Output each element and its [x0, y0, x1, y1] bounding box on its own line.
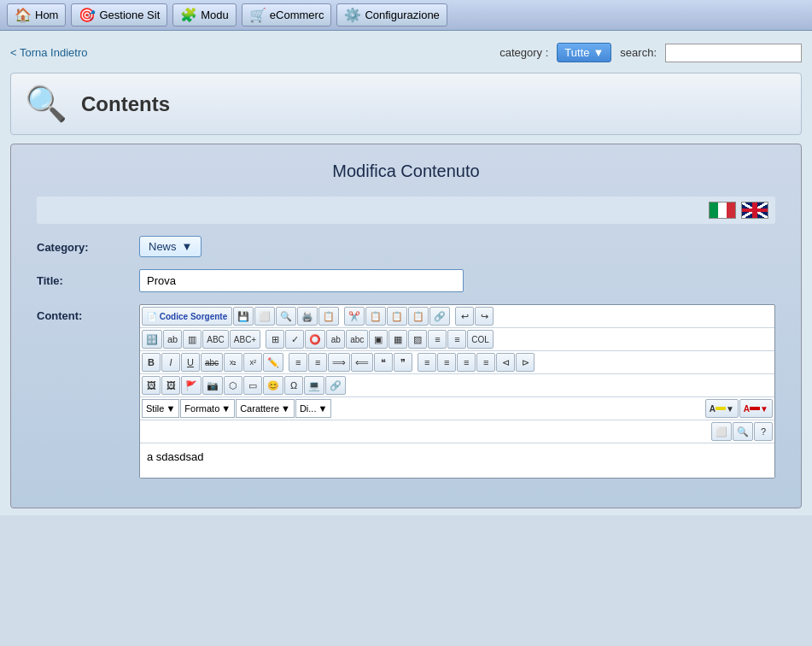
spellcheck2-btn[interactable]: ABC+: [230, 330, 260, 349]
category-dropdown-value: Tutte: [564, 46, 589, 59]
category-selector-arrow: ▼: [182, 240, 193, 253]
flag-english[interactable]: [741, 202, 768, 219]
align-center-btn[interactable]: ≡: [437, 353, 456, 372]
checkbox-btn[interactable]: ✓: [285, 330, 304, 349]
paste-btn[interactable]: 📋: [387, 307, 407, 326]
paste-text-btn[interactable]: 📋: [408, 307, 429, 326]
category-form-row: Category: News ▼: [37, 236, 775, 257]
outdent-btn[interactable]: ⟸: [351, 353, 373, 372]
chart-btn[interactable]: ≡: [447, 330, 466, 349]
flag-italian[interactable]: [709, 202, 736, 219]
format-select-label: Formato: [184, 403, 219, 414]
preview-btn[interactable]: 🔍: [276, 307, 296, 326]
select-btn[interactable]: ▣: [369, 330, 388, 349]
underline-btn[interactable]: U: [181, 353, 200, 372]
nav-ecommerce[interactable]: 🛒 eCommerc: [242, 3, 332, 26]
spellcheck-btn[interactable]: ABC: [202, 330, 229, 349]
style-select[interactable]: Stile ▼: [142, 399, 179, 418]
fgcolor-swatch: [750, 407, 760, 410]
redo-btn[interactable]: ↪: [475, 307, 494, 326]
bidi-ltr-btn[interactable]: ⊲: [496, 353, 515, 372]
paste-word-btn[interactable]: 🔗: [429, 307, 450, 326]
flag-btn[interactable]: 🚩: [181, 376, 202, 395]
hidden-btn[interactable]: ▦: [388, 330, 407, 349]
textfield-btn[interactable]: ab: [326, 330, 345, 349]
save-btn[interactable]: 💾: [233, 307, 254, 326]
flash2-btn[interactable]: ⬡: [224, 376, 242, 395]
templates-btn[interactable]: 📋: [318, 307, 339, 326]
category-selector[interactable]: News ▼: [139, 236, 202, 257]
gestione-icon: 🎯: [79, 7, 96, 23]
table-btn[interactable]: ⊞: [266, 330, 284, 349]
nav-modu[interactable]: 🧩 Modu: [172, 3, 237, 26]
div-btn[interactable]: ❞: [394, 353, 412, 372]
category-form-control: News ▼: [139, 236, 775, 257]
code-btn[interactable]: COL: [467, 330, 494, 349]
document-btn[interactable]: 🔍: [733, 422, 753, 441]
image-btn[interactable]: 🖼: [142, 376, 161, 395]
form-panel: Modifica Contenuto Category: News ▼ Titl…: [10, 144, 802, 508]
link2-btn[interactable]: 🔗: [325, 376, 346, 395]
category-label: category :: [499, 46, 548, 59]
nav-home[interactable]: 🏠 Hom: [7, 3, 66, 26]
print-btn[interactable]: 🖨️: [297, 307, 318, 326]
bgcolor-icon: A: [710, 404, 716, 414]
bold-btn[interactable]: B: [142, 353, 161, 372]
template-btn[interactable]: ⬜: [711, 422, 732, 441]
editor-text: a sdasdsad: [147, 450, 204, 463]
format-select[interactable]: Formato ▼: [180, 399, 235, 418]
nav-config[interactable]: ⚙️ Configurazione: [336, 3, 447, 26]
top-navbar: 🏠 Hom 🎯 Gestione Sit 🧩 Modu 🛒 eCommerc ⚙…: [0, 0, 812, 31]
nav-ecommerce-label: eCommerc: [270, 9, 324, 21]
content-form-row: Content: 📄 Codice Sorgente 💾 ⬜ 🔍 🖨️ 📋 ✂️…: [37, 304, 775, 479]
form-btn[interactable]: ≡: [428, 330, 447, 349]
ul-btn[interactable]: ≡: [308, 353, 327, 372]
category-dropdown-main[interactable]: Tutte ▼: [557, 43, 611, 62]
blockquote-btn[interactable]: ❝: [374, 353, 393, 372]
back-link[interactable]: < Torna Indietro: [10, 46, 87, 59]
specialchar-btn[interactable]: Ω: [284, 376, 303, 395]
editor-toolbar-row1: 📄 Codice Sorgente 💾 ⬜ 🔍 🖨️ 📋 ✂️ 📋 📋 📋 🔗: [140, 305, 774, 328]
removeformat-btn[interactable]: ✏️: [263, 353, 283, 372]
new-doc-btn[interactable]: ⬜: [254, 307, 275, 326]
align-justify-btn[interactable]: ≡: [476, 353, 495, 372]
table2-btn[interactable]: ▭: [243, 376, 262, 395]
italic-btn[interactable]: I: [161, 353, 180, 372]
align-right-btn[interactable]: ≡: [457, 353, 476, 372]
bidi-rtl-btn[interactable]: ⊳: [516, 353, 535, 372]
find-btn[interactable]: 🔡: [142, 330, 162, 349]
undo-btn[interactable]: ↩: [455, 307, 474, 326]
radio-btn[interactable]: ⭕: [305, 330, 325, 349]
align-left-btn[interactable]: ≡: [418, 353, 436, 372]
indent-btn[interactable]: ⟹: [328, 353, 350, 372]
help-btn[interactable]: ?: [754, 422, 773, 441]
select-all-btn[interactable]: ▥: [183, 330, 202, 349]
smiley-btn[interactable]: 😊: [263, 376, 283, 395]
flash-btn[interactable]: 🖼: [161, 376, 180, 395]
flag-row: [37, 197, 775, 224]
textarea-btn[interactable]: abc: [346, 330, 368, 349]
nav-gestione[interactable]: 🎯 Gestione Sit: [71, 3, 167, 26]
photo-btn[interactable]: 📷: [202, 376, 223, 395]
size-select[interactable]: Di... ▼: [295, 399, 331, 418]
cut-btn[interactable]: ✂️: [344, 307, 365, 326]
superscript-btn[interactable]: x²: [243, 353, 262, 372]
style-select-arrow: ▼: [166, 403, 175, 414]
ol-btn[interactable]: ≡: [289, 353, 307, 372]
title-input[interactable]: [139, 269, 464, 292]
replace-btn[interactable]: ab: [163, 330, 182, 349]
bgcolor-btn[interactable]: A ▼: [705, 399, 739, 418]
fgcolor-arrow: ▼: [760, 404, 768, 414]
size-select-arrow: ▼: [318, 403, 327, 414]
source-code-btn[interactable]: 📄 Codice Sorgente: [142, 307, 232, 326]
subscript-btn[interactable]: x₂: [224, 353, 242, 372]
iframe-btn[interactable]: 💻: [304, 376, 324, 395]
strikethrough-btn[interactable]: abc: [201, 353, 223, 372]
search-input[interactable]: [665, 44, 802, 62]
imagebutton-btn[interactable]: ▨: [408, 330, 427, 349]
font-select[interactable]: Carattere ▼: [236, 399, 295, 418]
fgcolor-btn[interactable]: A ▼: [739, 399, 773, 418]
category-selector-value: News: [149, 240, 177, 253]
editor-content[interactable]: a sdasdsad: [140, 443, 774, 478]
copy-btn[interactable]: 📋: [365, 307, 386, 326]
